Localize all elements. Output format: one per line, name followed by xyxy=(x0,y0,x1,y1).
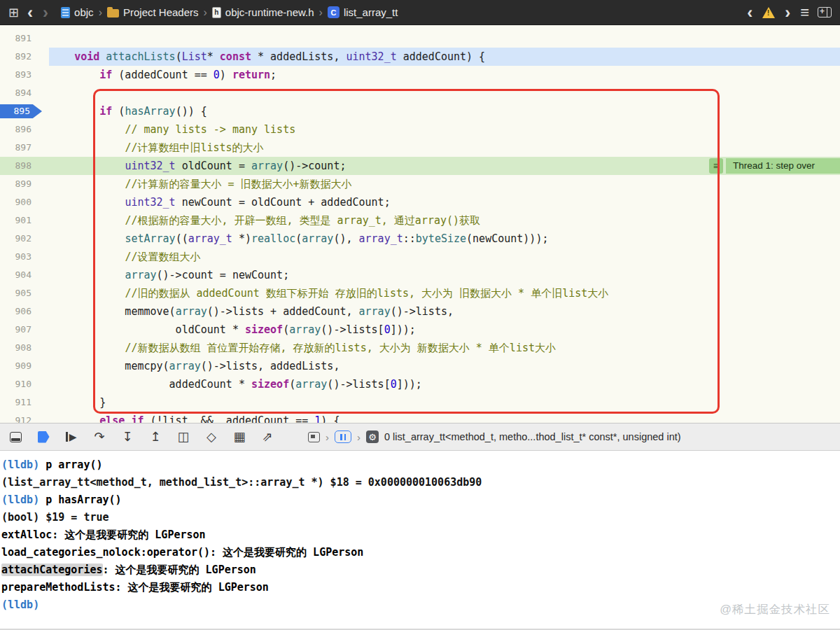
line-number[interactable]: 908 xyxy=(0,339,49,357)
objc-file-icon xyxy=(61,7,70,18)
line-number[interactable]: 897 xyxy=(0,139,49,157)
breadcrumb-item[interactable]: hobjc-runtime-new.h xyxy=(212,6,314,18)
line-number[interactable]: 904 xyxy=(0,266,49,284)
step-into-icon[interactable]: ↧ xyxy=(120,430,134,443)
code-line[interactable]: 903 //设置数组大小 xyxy=(0,248,840,266)
process-icon xyxy=(308,432,320,442)
warning-icon[interactable] xyxy=(762,7,775,18)
environment-overrides-icon[interactable]: ▦ xyxy=(232,430,246,443)
code-text: //新数据从数组 首位置开始存储, 存放新的lists, 大小为 新数据大小 *… xyxy=(49,339,556,357)
code-line[interactable]: 892 void attachLists(List* const * added… xyxy=(0,48,840,66)
line-number[interactable]: 895 xyxy=(0,102,49,120)
code-text: uint32_t oldCount = array()->count; xyxy=(49,157,346,175)
line-number[interactable]: 906 xyxy=(0,302,49,321)
code-line[interactable]: 906 memmove(array()->lists + addedCount,… xyxy=(0,302,840,321)
code-text: memmove(array()->lists + addedCount, arr… xyxy=(49,302,454,321)
code-line[interactable]: 912 else if (!list && addedCount == 1) { xyxy=(0,412,840,423)
code-line[interactable]: 904 array()->count = newCount; xyxy=(0,266,840,284)
code-line[interactable]: 901 //根据新的容量大小, 开辟一数组, 类型是 array_t, 通过ar… xyxy=(0,211,840,230)
step-out-icon[interactable]: ↥ xyxy=(148,430,162,443)
code-line[interactable]: 895 if (hasArray()) { xyxy=(0,102,840,120)
code-text: else if (!list && addedCount == 1) { xyxy=(49,412,340,423)
line-number[interactable]: 902 xyxy=(0,230,49,248)
jump-bar: ⊞ ‹ › objc›Project Headers›hobjc-runtime… xyxy=(0,0,840,25)
code-text: uint32_t newCount = oldCount + addedCoun… xyxy=(49,193,391,211)
code-line[interactable]: 900 uint32_t newCount = oldCount + added… xyxy=(0,193,840,211)
code-line[interactable]: 896 // many lists -> many lists xyxy=(0,120,840,139)
related-items-icon[interactable]: ⊞ xyxy=(8,6,19,19)
code-text: // many lists -> many lists xyxy=(49,120,295,139)
code-text: //计算数组中旧lists的大小 xyxy=(49,139,264,157)
line-number[interactable]: 910 xyxy=(0,375,49,393)
breadcrumb-label: objc-runtime-new.h xyxy=(225,6,314,18)
line-number[interactable]: 905 xyxy=(0,284,49,302)
code-text: //计算新的容量大小 = 旧数据大小+新数据大小 xyxy=(49,175,352,193)
code-line[interactable]: 907 oldCount * sizeof(array()->lists[0])… xyxy=(0,321,840,339)
frame-label[interactable]: 0 list_array_tt<method_t, metho...thod_l… xyxy=(384,431,681,442)
line-number[interactable]: 909 xyxy=(0,357,49,375)
code-line[interactable]: 897 //计算数组中旧lists的大小 xyxy=(0,139,840,157)
stack-frame-selector[interactable]: › › ⚙ 0 list_array_tt<method_t, metho...… xyxy=(308,430,681,443)
line-number[interactable]: 894 xyxy=(0,84,49,102)
console-line: attachCategories: 这个是我要研究的 LGPerson xyxy=(1,561,839,579)
forward-button[interactable]: › xyxy=(41,4,50,21)
console-line: (bool) $19 = true xyxy=(1,509,839,526)
thread-badge-label: Thread 1: step over xyxy=(726,158,840,174)
debug-view-hierarchy-icon[interactable]: ◫ xyxy=(176,430,190,443)
pause-icon[interactable] xyxy=(335,430,351,443)
previous-issue-button[interactable]: ‹ xyxy=(746,4,754,21)
code-line[interactable]: 898 uint32_t oldCount = array()->count;≡… xyxy=(0,157,840,175)
line-number[interactable]: 893 xyxy=(0,66,49,84)
add-editor-icon[interactable] xyxy=(818,7,832,18)
code-text: if (hasArray()) { xyxy=(49,102,207,120)
next-issue-button[interactable]: › xyxy=(783,4,792,21)
line-number[interactable]: 903 xyxy=(0,248,49,266)
code-line[interactable]: 911 } xyxy=(0,393,840,412)
breadcrumb-item[interactable]: objc xyxy=(61,6,94,18)
editor-options-icon[interactable]: ≡ xyxy=(800,5,809,20)
code-text: //设置数组大小 xyxy=(49,248,200,266)
line-number[interactable]: 912 xyxy=(0,412,49,423)
code-line[interactable]: 891 xyxy=(0,29,840,48)
breadcrumb-item[interactable]: Project Headers xyxy=(107,6,199,18)
console-line: (lldb) xyxy=(1,596,839,614)
frame-separator: › xyxy=(326,431,329,443)
line-number[interactable]: 901 xyxy=(0,211,49,230)
code-text: setArray((array_t *)realloc(array(), arr… xyxy=(49,230,548,248)
breakpoint-tag[interactable]: 895 xyxy=(0,104,42,118)
breadcrumb-item[interactable]: Clist_array_tt xyxy=(328,6,398,18)
breadcrumb: objc›Project Headers›hobjc-runtime-new.h… xyxy=(61,6,738,19)
hide-debug-area-icon[interactable] xyxy=(8,432,22,442)
code-line[interactable]: 893 if (addedCount == 0) return; xyxy=(0,66,840,84)
line-number[interactable]: 907 xyxy=(0,321,49,339)
simulate-location-icon[interactable]: ⇗ xyxy=(260,430,274,443)
line-number[interactable]: 891 xyxy=(0,29,49,48)
code-line[interactable]: 910 addedCount * sizeof(array()->lists[0… xyxy=(0,375,840,393)
back-button[interactable]: ‹ xyxy=(26,4,34,21)
code-line[interactable]: 899 //计算新的容量大小 = 旧数据大小+新数据大小 xyxy=(0,175,840,193)
breakpoints-toggle-icon[interactable] xyxy=(36,431,50,443)
code-line[interactable]: 902 setArray((array_t *)realloc(array(),… xyxy=(0,230,840,248)
line-number[interactable]: 892 xyxy=(0,48,49,66)
line-number[interactable]: 911 xyxy=(0,393,49,412)
code-line[interactable]: 905 //旧的数据从 addedCount 数组下标开始 存放旧的lists,… xyxy=(0,284,840,302)
line-number[interactable]: 896 xyxy=(0,120,49,139)
line-number[interactable]: 899 xyxy=(0,175,49,193)
frame-separator: › xyxy=(357,431,360,443)
line-number[interactable]: 900 xyxy=(0,193,49,211)
code-text: oldCount * sizeof(array()->lists[0])); xyxy=(49,321,416,339)
code-editor[interactable]: 891892 void attachLists(List* const * ad… xyxy=(0,25,840,423)
code-line[interactable]: 894 xyxy=(0,84,840,102)
step-over-icon[interactable]: ↷ xyxy=(92,430,106,443)
continue-execution-icon[interactable]: ▶ xyxy=(64,432,78,442)
code-text: void attachLists(List* const * addedList… xyxy=(49,48,485,66)
line-number[interactable]: 898 xyxy=(0,157,49,175)
memory-graph-icon[interactable]: ◇ xyxy=(204,430,218,443)
xcode-window: ⊞ ‹ › objc›Project Headers›hobjc-runtime… xyxy=(0,0,840,630)
code-text: //根据新的容量大小, 开辟一数组, 类型是 array_t, 通过array(… xyxy=(49,211,480,230)
debug-console[interactable]: (lldb) p array()(list_array_tt<method_t,… xyxy=(0,451,840,630)
code-line[interactable]: 909 memcpy(array()->lists, addedLists, xyxy=(0,357,840,375)
breadcrumb-label: objc xyxy=(74,6,94,18)
code-line[interactable]: 908 //新数据从数组 首位置开始存储, 存放新的lists, 大小为 新数据… xyxy=(0,339,840,357)
thread-badge-menu-icon[interactable]: ≡ xyxy=(709,158,723,174)
